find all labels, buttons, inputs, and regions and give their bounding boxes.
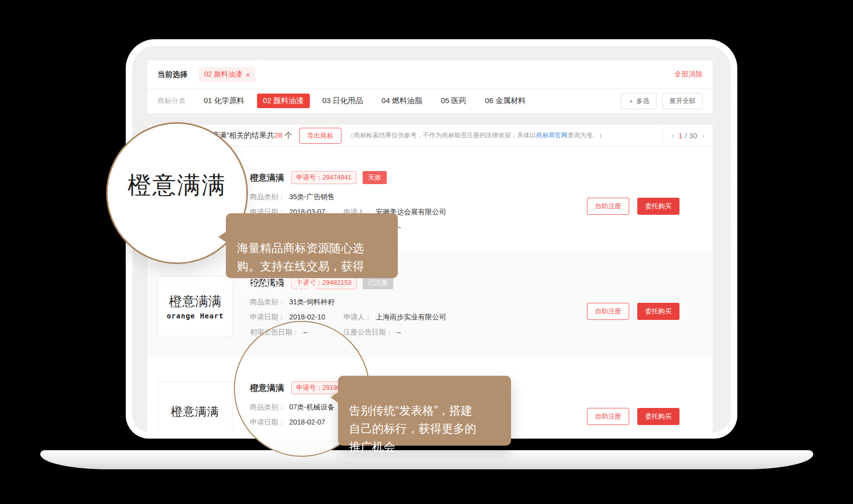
self-register-button[interactable]: 自助注册 — [587, 198, 629, 215]
close-icon[interactable]: × — [245, 71, 250, 78]
tooltip-marketplace: 海量精品商标资源随心选 购。支持在线交易，获得 更多的交易机会 — [226, 213, 398, 278]
entrust-purchase-button[interactable]: 委托购买 — [637, 303, 679, 320]
trademark-name[interactable]: 橙意满满 — [250, 172, 284, 184]
expand-all-button[interactable]: 展开全部 — [662, 93, 703, 109]
entrust-purchase-button[interactable]: 委托购买 — [637, 408, 679, 425]
category-item-06[interactable]: 06 金属材料 — [479, 94, 532, 108]
entrust-purchase-button[interactable]: 委托购买 — [637, 198, 679, 215]
results-disclaimer: （商标检索结果仅供参考，不作为商标能否注册的法律依据；具体以商标局官网查询为准。… — [348, 131, 606, 140]
category-item-01[interactable]: 01 化学原料 — [198, 94, 250, 108]
category-row: 商标分类 01 化学原料 02 颜料油漆 03 日化用品 04 燃料油脂 05 … — [147, 89, 713, 113]
field-value: 上海雨步实业有限公司 — [376, 313, 446, 321]
trademark-office-link[interactable]: 商标局官网 — [536, 132, 568, 139]
tooltip-arrow-icon — [330, 392, 338, 403]
magnified-trademark-text: 橙意满满 — [128, 170, 226, 201]
current-page: 1 — [678, 131, 683, 140]
tooltip-promotion: 告别传统“发表格”，搭建 自己的标行，获得更多的 推广机会 — [338, 376, 511, 446]
field-value: 2018-02-10 — [289, 313, 325, 321]
disclaimer-tail: 查询为准。） — [567, 132, 605, 139]
field-value: 31类-饲料种籽 — [289, 298, 334, 306]
field-label: 注册公告日期： — [344, 328, 393, 336]
category-item-02-selected[interactable]: 02 颜料油漆 — [257, 94, 310, 108]
trademark-image-text: 橙意满满 — [171, 404, 219, 419]
self-register-button[interactable]: 自助注册 — [587, 303, 629, 320]
category-item-05[interactable]: 05 医药 — [435, 94, 472, 108]
category-item-04[interactable]: 04 燃料油脂 — [376, 94, 429, 108]
field-label: 申请人： — [344, 313, 372, 321]
export-trademarks-button[interactable]: 导出商标 — [299, 128, 342, 144]
results-header: 为您检索到“橙意满满”相关的结果共28 个 导出商标 （商标检索结果仅供参考，不… — [147, 125, 713, 147]
total-pages: 30 — [689, 131, 698, 140]
selected-filter-tag[interactable]: 02 颜料油漆 × — [199, 67, 255, 82]
tooltip-arrow-icon — [218, 231, 226, 242]
application-number-tag: 申请号：29474941 — [291, 171, 357, 184]
current-selection-row: 当前选择 02 颜料油漆 × 全部清除 — [147, 60, 713, 89]
field-label: 商品类别： — [250, 298, 285, 306]
category-item-03[interactable]: 03 日化用品 — [316, 94, 369, 108]
field-value: 35类-广告销售 — [289, 193, 334, 201]
clear-all-link[interactable]: 全部清除 — [674, 70, 703, 79]
multi-select-button[interactable]: ＋ 多选 — [621, 93, 656, 109]
filter-panel: 当前选择 02 颜料油漆 × 全部清除 商标分类 01 化学原料 02 颜料油漆… — [147, 60, 713, 113]
summary-suffix: 个 — [283, 131, 292, 139]
pagination: ‹ 1 / 30 › — [662, 125, 713, 146]
trademark-image-text: 橙意满满 — [169, 293, 221, 310]
current-selection-label: 当前选择 — [157, 70, 188, 79]
tooltip-text: 告别传统“发表格”，搭建 自己的标行，获得更多的 推广机会 — [349, 404, 476, 453]
next-page-icon[interactable]: › — [701, 131, 704, 140]
page-separator: / — [685, 131, 687, 140]
category-row-label: 商标分类 — [157, 97, 186, 106]
selected-filter-tag-label: 02 颜料油漆 — [204, 70, 242, 79]
disclaimer-text: （商标检索结果仅供参考，不作为商标能否注册的法律依据；具体以 — [348, 132, 536, 139]
self-register-button[interactable]: 自助注册 — [587, 408, 629, 425]
field-value: – — [397, 328, 401, 336]
field-label: 申请日期： — [250, 313, 285, 321]
field-label: 商品类别： — [250, 193, 285, 201]
status-badge: 无效 — [363, 171, 387, 184]
prev-page-icon[interactable]: ‹ — [671, 131, 674, 140]
trademark-image-3: 橙意满满 — [158, 381, 232, 432]
trademark-image-2: 橙意满满 orange Heart — [158, 276, 232, 337]
laptop-base — [40, 450, 813, 469]
results-count: 28 — [274, 131, 283, 139]
category-actions: ＋ 多选 展开全部 — [621, 93, 703, 109]
trademark-image-subtext: orange Heart — [166, 312, 223, 320]
